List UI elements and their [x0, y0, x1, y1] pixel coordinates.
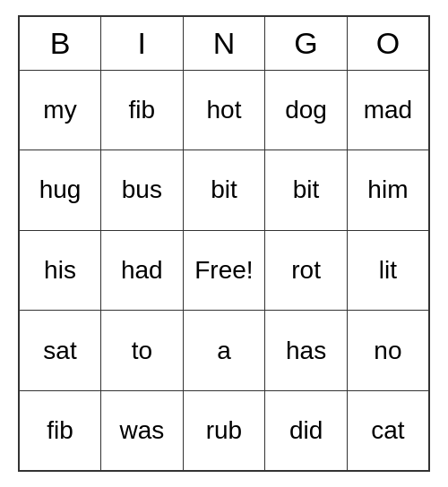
- bingo-cell-r1-c4: him: [347, 150, 429, 231]
- bingo-row-1: hugbusbitbithim: [19, 150, 429, 231]
- bingo-cell-r4-c3: did: [265, 390, 348, 471]
- bingo-cell-r3-c0: sat: [19, 311, 101, 391]
- bingo-cell-r1-c3: bit: [265, 150, 348, 231]
- header-cell-g: G: [265, 16, 348, 70]
- bingo-cell-r1-c2: bit: [183, 150, 265, 231]
- header-cell-o: O: [347, 16, 429, 70]
- bingo-cell-r4-c1: was: [101, 390, 184, 471]
- bingo-card: BINGO myfibhotdogmadhugbusbitbithimhisha…: [18, 15, 430, 472]
- bingo-cell-r1-c1: bus: [101, 150, 184, 231]
- bingo-cell-r2-c0: his: [19, 230, 101, 311]
- bingo-cell-r2-c3: rot: [265, 230, 348, 311]
- bingo-row-0: myfibhotdogmad: [19, 70, 429, 150]
- header-cell-b: B: [19, 16, 101, 70]
- bingo-cell-r3-c1: to: [101, 311, 184, 391]
- bingo-cell-r0-c2: hot: [183, 70, 265, 150]
- bingo-row-2: hishadFree!rotlit: [19, 230, 429, 311]
- bingo-cell-r2-c2: Free!: [183, 230, 265, 311]
- bingo-cell-r3-c2: a: [183, 311, 265, 391]
- bingo-cell-r1-c0: hug: [19, 150, 101, 231]
- bingo-cell-r2-c1: had: [101, 230, 184, 311]
- bingo-cell-r0-c0: my: [19, 70, 101, 150]
- bingo-row-3: sattoahasno: [19, 311, 429, 391]
- bingo-header: BINGO: [19, 16, 429, 70]
- bingo-cell-r0-c3: dog: [265, 70, 348, 150]
- bingo-cell-r2-c4: lit: [347, 230, 429, 311]
- header-cell-i: I: [101, 16, 184, 70]
- bingo-cell-r3-c4: no: [347, 311, 429, 391]
- bingo-row-4: fibwasrubdidcat: [19, 390, 429, 471]
- header-cell-n: N: [183, 16, 265, 70]
- bingo-cell-r3-c3: has: [265, 311, 348, 391]
- bingo-cell-r0-c4: mad: [347, 70, 429, 150]
- bingo-cell-r4-c2: rub: [183, 390, 265, 471]
- bingo-cell-r0-c1: fib: [101, 70, 184, 150]
- bingo-body: myfibhotdogmadhugbusbitbithimhishadFree!…: [19, 70, 429, 471]
- bingo-cell-r4-c4: cat: [347, 390, 429, 471]
- header-row: BINGO: [19, 16, 429, 70]
- bingo-cell-r4-c0: fib: [19, 390, 101, 471]
